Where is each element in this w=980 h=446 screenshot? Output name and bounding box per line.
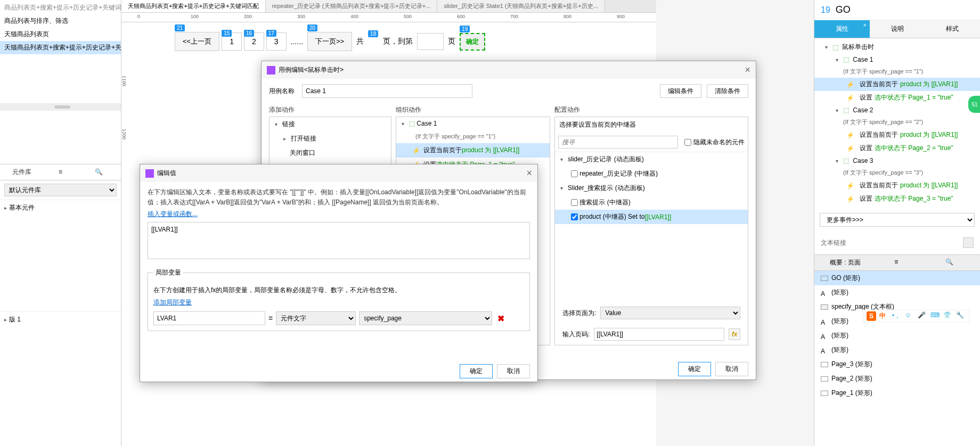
interaction-ev[interactable]: ▾⬚ 鼠标单击时: [814, 40, 980, 54]
case-node[interactable]: ▾ ⬚ Case 1: [396, 117, 550, 130]
interaction-cond[interactable]: (If 文字于 specify_page == "1"): [814, 65, 980, 78]
dialog-titlebar: 编辑值 ×: [140, 164, 537, 182]
outline-item[interactable]: A(矩形): [814, 343, 980, 357]
tree-item[interactable]: 搜索提示 (中继器): [555, 195, 748, 210]
outline-item[interactable]: GO (矩形): [814, 271, 980, 285]
widget-search-input[interactable]: [558, 136, 678, 148]
tree-item[interactable]: 关闭窗口: [270, 146, 391, 160]
tree-node[interactable]: ▾slider_历史记录 (动态面板): [555, 152, 748, 167]
menu-icon[interactable]: ≡: [43, 168, 78, 177]
variable-target-select[interactable]: specify_page: [359, 311, 492, 325]
ime-voice-icon[interactable]: 🎤: [918, 311, 927, 321]
prev-button[interactable]: <<上一页: [175, 32, 219, 51]
tab-style[interactable]: 样式: [925, 20, 980, 38]
edit-condition-button[interactable]: 编辑条件: [660, 84, 701, 98]
ok-button[interactable]: 确定: [678, 362, 711, 376]
canvas-area: 天猫商品列表页+搜索+提示+历史记录+关键词匹配 repeater_历史记录 (…: [121, 0, 656, 446]
fx-button[interactable]: fx: [729, 328, 740, 340]
interaction-ev[interactable]: ⬚ 鼠标移入时: [814, 205, 980, 209]
close-icon[interactable]: ×: [526, 168, 532, 179]
delete-variable-icon[interactable]: ✖: [497, 313, 504, 324]
variable-name-input[interactable]: [153, 311, 265, 325]
action-row[interactable]: ⚡ 设置当前页于 product 为 [[LVAR1]]: [396, 143, 550, 158]
interaction-cond[interactable]: (If 文字于 specify_page == "3"): [814, 167, 980, 179]
ime-tool-icon[interactable]: 🔧: [956, 311, 966, 321]
interactions-list: ▾⬚ 鼠标单击时▾⬚ Case 1(If 文字于 specify_page ==…: [814, 38, 980, 209]
ime-lang-icon[interactable]: 中: [879, 311, 889, 321]
outline-item[interactable]: A(矩形): [814, 328, 980, 343]
outline-item[interactable]: A(矩形): [814, 285, 980, 300]
document-tab[interactable]: repeater_历史记录 (天猫商品列表页+搜索+提示+历史记录+...: [266, 0, 438, 12]
case-name-input[interactable]: [302, 84, 472, 98]
search-icon[interactable]: 🔍: [924, 258, 975, 267]
interaction-act[interactable]: ⚡设置当前页于 product 为 [[LVAR1]]: [814, 128, 980, 142]
go-button[interactable]: 确定: [460, 33, 485, 51]
document-tab[interactable]: slider_历史记录 State1 (天猫商品列表页+搜索+提示+历史...: [437, 0, 605, 12]
outline-item[interactable]: Page_2 (矩形): [814, 371, 980, 386]
variable-type-select[interactable]: 元件文字: [276, 311, 356, 325]
insert-variable-link[interactable]: 插入变量或函数...: [148, 210, 198, 218]
tree-item-selected[interactable]: product (中继器) Set to [[LVAR1]]: [555, 210, 748, 224]
cancel-button[interactable]: 取消: [497, 364, 530, 378]
widget-tree: ▾slider_历史记录 (动态面板) repeater_历史记录 (中继器) …: [555, 152, 748, 302]
ime-emoji-icon[interactable]: ☺: [905, 311, 914, 321]
specify-page-input[interactable]: [417, 33, 444, 50]
tab-properties[interactable]: 属性: [814, 20, 870, 38]
interaction-case[interactable]: ▾⬚ Case 2: [814, 104, 980, 116]
next-button[interactable]: 下一页>>: [307, 32, 352, 51]
link-icon[interactable]: [963, 237, 974, 248]
document-tab[interactable]: 天猫商品列表页+搜索+提示+历史记录+关键词匹配: [121, 0, 266, 12]
page-number-input[interactable]: [594, 328, 724, 341]
interaction-act[interactable]: ⚡设置 选中状态于 Page_3 = "true": [814, 192, 980, 205]
clear-condition-button[interactable]: 清除条件: [707, 84, 748, 98]
interaction-act[interactable]: ⚡设置当前页于 product 为 [[LVAR1]]: [814, 78, 980, 91]
config-title: 选择要设置当前页的中继器: [555, 117, 748, 133]
ime-keyboard-icon[interactable]: ⌨: [930, 311, 940, 321]
cancel-button[interactable]: 取消: [715, 362, 748, 376]
interaction-cond[interactable]: (If 文字于 specify_page == "2"): [814, 116, 980, 128]
configure-action-header: 配置动作: [554, 103, 748, 117]
interaction-act[interactable]: ⚡设置 选中状态于 Page_2 = "true": [814, 142, 980, 155]
value-textarea[interactable]: [[LVAR1]]: [148, 222, 530, 259]
ime-skin-icon[interactable]: 👕: [943, 311, 953, 321]
page-item[interactable]: 商品列表与排序、筛选: [0, 14, 121, 28]
interaction-case[interactable]: ▾⬚ Case 1: [814, 54, 980, 65]
local-variables-fieldset: 局部变量 在下方创建用于插入fx的局部变量，局部变量名称必须是字母、数字，不允许…: [148, 268, 530, 331]
ime-punct-icon[interactable]: •，: [892, 311, 902, 321]
menu-icon[interactable]: ≡: [871, 258, 922, 267]
library-select[interactable]: 默认元件库: [4, 184, 117, 196]
widget-checkbox[interactable]: [571, 213, 578, 220]
document-tabs: 天猫商品列表页+搜索+提示+历史记录+关键词匹配 repeater_历史记录 (…: [121, 0, 656, 13]
tree-item[interactable]: repeater_历史记录 (中继器): [555, 167, 748, 181]
page-item[interactable]: 商品列表页+搜索+提示+历史记录+关键词匹配: [0, 1, 121, 14]
tree-node-link[interactable]: ▾链接: [270, 117, 391, 131]
tree-item[interactable]: ▸打开链接: [270, 131, 391, 146]
library-category[interactable]: 基本元件: [0, 200, 121, 216]
close-icon[interactable]: ×: [745, 64, 750, 76]
library-category[interactable]: 版 1: [0, 311, 121, 327]
tab-notes[interactable]: 说明: [870, 20, 925, 38]
page-item-selected[interactable]: 天猫商品列表页+搜索+提示+历史记录+关键词: [0, 41, 121, 54]
edit-value-dialog: 编辑值 × 在下方编辑区输入文本，变量名称或表达式要写在 "[[""]]" 中。…: [140, 164, 538, 382]
interaction-act[interactable]: ⚡设置当前页于 product 为 [[LVAR1]]: [814, 179, 980, 192]
side-badge[interactable]: 51: [968, 96, 980, 113]
widget-checkbox[interactable]: [571, 199, 578, 206]
edit-description: 在下方编辑区输入文本，变量名称或表达式要写在 "[[""]]" 中。例如：插入变…: [148, 187, 530, 208]
outline-item[interactable]: Page_1 (矩形): [814, 386, 980, 400]
widget-checkbox[interactable]: [571, 170, 578, 177]
page-item[interactable]: 天猫商品列表页: [0, 28, 121, 41]
outline-item[interactable]: Page_3 (矩形): [814, 357, 980, 371]
ok-button[interactable]: 确定: [460, 364, 493, 378]
ime-toolbar: S 中 •， ☺ 🎤 ⌨ 👕 🔧: [863, 310, 969, 323]
select-page-dropdown[interactable]: Value: [600, 307, 740, 319]
tree-node[interactable]: ▾Slider_搜索提示 (动态面板): [555, 181, 748, 195]
search-icon[interactable]: 🔍: [81, 168, 117, 177]
library-header: 元件库 ≡ 🔍: [0, 164, 121, 180]
more-events-dropdown[interactable]: 更多事件>>>: [820, 213, 975, 227]
add-local-variable-link[interactable]: 添加局部变量: [153, 299, 192, 306]
interaction-act[interactable]: ⚡设置 选中状态于 Page_1 = "true": [814, 91, 980, 104]
interaction-case[interactable]: ▾⬚ Case 3: [814, 155, 980, 167]
hide-unnamed-checkbox[interactable]: 隐藏未命名的元件: [681, 136, 748, 149]
dialog-title: 用例编辑<鼠标单击时>: [279, 65, 344, 75]
sogou-icon[interactable]: S: [867, 311, 876, 321]
